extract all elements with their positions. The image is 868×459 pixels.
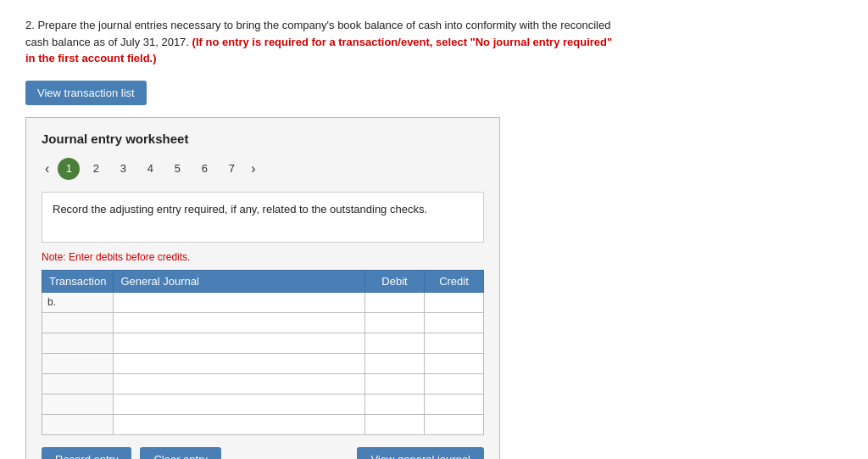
col-header-transaction: Transaction [42,270,114,292]
credit-input[interactable] [425,415,483,434]
credit-cell[interactable] [425,394,484,414]
debit-cell[interactable] [365,394,425,414]
credit-input[interactable] [425,395,483,414]
table-row [42,312,484,333]
credit-cell[interactable] [425,312,484,333]
credit-cell[interactable] [425,353,484,373]
action-buttons: Record entry Clear entry View general jo… [42,447,484,460]
debit-cell[interactable] [365,414,425,434]
general-journal-cell[interactable] [114,312,365,333]
general-journal-input[interactable] [114,395,364,414]
debit-input[interactable] [365,415,424,434]
table-row [42,353,484,373]
credit-input[interactable] [425,333,483,353]
debit-cell[interactable] [365,333,425,353]
journal-table: Transaction General Journal Debit Credit… [42,270,484,435]
col-header-general-journal: General Journal [114,270,365,292]
col-header-credit: Credit [425,270,484,292]
note-text: Note: Enter debits before credits. [42,251,484,263]
prev-page-button[interactable]: ‹ [42,161,53,176]
table-row [42,373,484,394]
general-journal-input[interactable] [114,313,364,333]
general-journal-cell[interactable] [114,353,365,373]
credit-cell[interactable] [425,373,484,394]
credit-input[interactable] [425,354,483,373]
general-journal-cell[interactable] [114,292,365,312]
transaction-cell [42,353,114,373]
table-row [42,333,484,353]
transaction-cell [42,333,114,353]
entry-description: Record the adjusting entry required, if … [42,192,484,243]
worksheet-title: Journal entry worksheet [42,132,484,146]
general-journal-input[interactable] [114,374,364,394]
page-5-button[interactable]: 5 [166,158,188,180]
page-1-button[interactable]: 1 [58,158,80,180]
general-journal-input[interactable] [114,354,364,373]
general-journal-cell[interactable] [114,373,365,394]
credit-cell[interactable] [425,414,484,434]
page-6-button[interactable]: 6 [193,158,215,180]
page-2-button[interactable]: 2 [85,158,107,180]
pagination: ‹ 1 2 3 4 5 6 7 › [42,158,484,180]
next-page-button[interactable]: › [248,161,259,176]
table-row: b. [42,292,484,312]
view-general-journal-button[interactable]: View general journal [357,447,484,460]
transaction-cell [42,394,114,414]
general-journal-input[interactable] [114,415,364,434]
general-journal-cell[interactable] [114,394,365,414]
general-journal-cell[interactable] [114,333,365,353]
instructions: 2. Prepare the journal entries necessary… [25,17,619,67]
debit-cell[interactable] [365,292,425,312]
general-journal-cell[interactable] [114,414,365,434]
credit-cell[interactable] [425,292,484,312]
debit-input[interactable] [365,395,424,414]
transaction-cell [42,414,114,434]
debit-cell[interactable] [365,373,425,394]
transaction-cell [42,373,114,394]
col-header-debit: Debit [365,270,425,292]
general-journal-input[interactable] [114,293,364,312]
credit-input[interactable] [425,374,483,394]
transaction-cell [42,312,114,333]
table-row [42,414,484,434]
debit-input[interactable] [365,354,424,373]
view-transaction-button[interactable]: View transaction list [25,81,147,105]
page-3-button[interactable]: 3 [112,158,134,180]
debit-input[interactable] [365,333,424,353]
journal-entry-worksheet: Journal entry worksheet ‹ 1 2 3 4 5 6 7 … [25,117,500,460]
debit-input[interactable] [365,313,424,333]
debit-input[interactable] [365,293,424,312]
page-4-button[interactable]: 4 [139,158,161,180]
credit-cell[interactable] [425,333,484,353]
credit-input[interactable] [425,313,483,333]
general-journal-input[interactable] [114,333,364,353]
credit-input[interactable] [425,293,483,312]
record-entry-button[interactable]: Record entry [42,447,131,460]
table-row [42,394,484,414]
clear-entry-button[interactable]: Clear entry [140,447,221,460]
debit-input[interactable] [365,374,424,394]
transaction-cell: b. [42,292,114,312]
debit-cell[interactable] [365,353,425,373]
page-7-button[interactable]: 7 [220,158,242,180]
debit-cell[interactable] [365,312,425,333]
